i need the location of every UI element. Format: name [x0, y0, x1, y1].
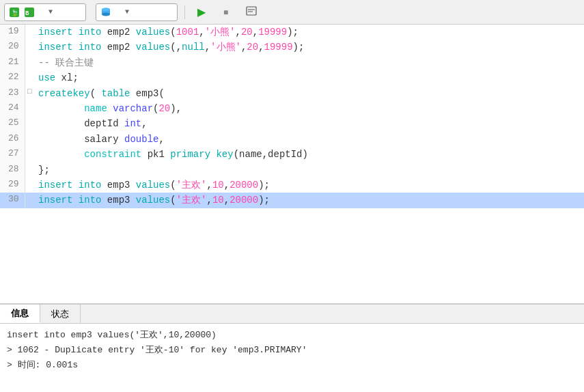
code-token: (	[170, 27, 176, 38]
svg-point-6	[102, 12, 110, 16]
db2-selector[interactable]: ▼	[96, 3, 178, 21]
code-token: values	[136, 42, 170, 53]
db1-selector[interactable]: 🍃 B ▼	[4, 3, 86, 21]
collapse-icon[interactable]: □	[25, 86, 34, 101]
code-token: name	[84, 103, 107, 114]
explain-icon	[246, 5, 257, 18]
code-token	[38, 149, 84, 160]
code-token: );	[287, 27, 298, 38]
table-row: 30insert into emp3 values('主欢',10,20000)…	[0, 193, 584, 208]
code-token: values	[136, 195, 170, 206]
code-token: ,	[258, 42, 264, 53]
code-token: insert	[38, 27, 72, 38]
code-token: ,	[224, 195, 230, 206]
code-token: '小熊'	[210, 42, 241, 53]
output-line: > 1062 - Duplicate entry '王欢-10' for key…	[7, 343, 577, 358]
line-number: 30	[0, 193, 25, 208]
line-number: 26	[0, 132, 25, 147]
line-code: createkey( table emp3(	[34, 86, 584, 101]
code-token: constraint	[84, 149, 141, 160]
run-button[interactable]: ▶	[192, 3, 214, 21]
code-token	[107, 103, 113, 114]
code-token: emp2	[101, 42, 135, 53]
code-token: pk1	[141, 149, 170, 160]
line-code: use xl;	[34, 70, 584, 85]
svg-rect-8	[247, 7, 256, 15]
code-token: table	[101, 88, 130, 99]
code-token: ,	[199, 27, 204, 38]
collapse-icon	[25, 178, 34, 193]
code-token: emp3	[101, 180, 135, 191]
line-number: 20	[0, 40, 25, 55]
code-token	[72, 195, 78, 206]
line-number: 24	[0, 101, 25, 116]
table-row: 21-- 联合主键	[0, 55, 584, 70]
code-token	[72, 180, 78, 191]
line-code: insert into emp3 values('主欢',10,20000);	[34, 178, 584, 193]
output-line: insert into emp3 values('王欢',10,20000)	[7, 328, 577, 343]
main-area: 19insert into emp2 values(1001,'小熊',20,1…	[0, 25, 584, 392]
bottom-tabs: 信息状态	[0, 305, 584, 324]
svg-text:🍃: 🍃	[11, 9, 19, 17]
code-token: use	[38, 72, 55, 83]
db-icon	[100, 7, 111, 18]
stop-button[interactable]: ■	[218, 3, 236, 21]
collapse-icon	[25, 193, 34, 208]
code-token: values	[136, 180, 170, 191]
bottom-panel: 信息状态 insert into emp3 values('王欢',10,200…	[0, 303, 584, 392]
code-token: values	[136, 27, 170, 38]
table-row: 23□createkey( table emp3(	[0, 86, 584, 101]
db2-chevron-icon: ▼	[125, 8, 129, 16]
code-token: null	[182, 42, 205, 53]
collapse-icon	[25, 70, 34, 85]
code-token: ,	[158, 134, 164, 145]
code-token: emp3(	[130, 88, 164, 99]
table-row: 25 deptId int,	[0, 116, 584, 131]
collapse-icon	[25, 55, 34, 70]
table-row: 27 constraint pk1 primary key(name,deptI…	[0, 147, 584, 162]
code-token: salary	[38, 134, 124, 145]
code-token: ,	[253, 27, 258, 38]
line-number: 23	[0, 86, 25, 101]
code-token: primary	[170, 149, 210, 160]
code-token	[72, 27, 78, 38]
code-token: ,	[236, 27, 241, 38]
collapse-icon	[25, 147, 34, 162]
table-row: 24 name varchar(20),	[0, 101, 584, 116]
code-token: ),	[170, 103, 182, 114]
code-token: };	[38, 165, 50, 176]
code-token: 19999	[264, 42, 293, 53]
bottom-content: insert into emp3 values('王欢',10,20000)> …	[0, 324, 584, 392]
code-token: 10	[212, 195, 224, 206]
code-token: createkey	[38, 88, 90, 99]
leaf-icon: 🍃	[9, 7, 20, 18]
explain-button[interactable]	[240, 3, 265, 21]
toolbar: 🍃 B ▼ ▼ ▶ ■	[0, 0, 584, 25]
bear-db-icon: B	[24, 7, 35, 18]
svg-point-7	[102, 8, 110, 11]
table-row: 28};	[0, 163, 584, 178]
bottom-tab-status[interactable]: 状态	[40, 305, 81, 323]
code-token: -- 联合主键	[38, 57, 94, 68]
line-number: 25	[0, 116, 25, 131]
code-token	[72, 42, 78, 53]
line-code: };	[34, 163, 584, 178]
code-token: into	[79, 42, 102, 53]
code-token: ,	[205, 42, 210, 53]
code-token: '主欢'	[176, 195, 207, 206]
table-row: 20insert into emp2 values(,null,'小熊',20,…	[0, 40, 584, 55]
code-editor[interactable]: 19insert into emp2 values(1001,'小熊',20,1…	[0, 25, 584, 303]
code-token: );	[293, 42, 305, 53]
code-token: int	[124, 118, 141, 129]
code-token: ,	[141, 118, 147, 129]
line-code: -- 联合主键	[34, 55, 584, 70]
line-number: 22	[0, 70, 25, 85]
code-token: emp3	[101, 195, 135, 206]
collapse-icon	[25, 163, 34, 178]
line-number: 27	[0, 147, 25, 162]
code-token: ,	[207, 180, 212, 191]
bottom-tab-info[interactable]: 信息	[0, 305, 40, 323]
code-token: 20000	[230, 195, 258, 206]
line-code: name varchar(20),	[34, 101, 584, 116]
collapse-icon	[25, 40, 34, 55]
